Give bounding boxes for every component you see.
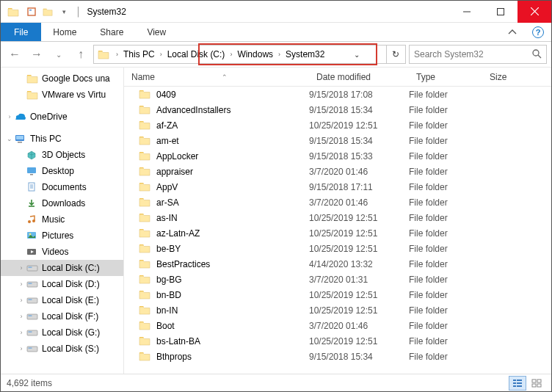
chevron-right-icon[interactable]: ›: [5, 113, 14, 120]
chevron-right-icon[interactable]: ›: [17, 264, 26, 272]
file-date: 9/15/2018 15:34: [309, 105, 409, 115]
qat-dropdown-icon[interactable]: ▾: [57, 4, 71, 19]
view-large-icons-button[interactable]: [528, 376, 545, 391]
table-row[interactable]: AdvancedInstallers9/15/2018 15:34File fo…: [124, 102, 551, 117]
chevron-right-icon[interactable]: ›: [157, 51, 165, 58]
svg-rect-25: [513, 380, 516, 381]
chevron-right-icon[interactable]: ›: [227, 51, 235, 58]
table-row[interactable]: ar-SA3/7/2020 01:46File folder: [124, 195, 551, 210]
file-date: 3/7/2020 01:31: [309, 275, 409, 285]
maximize-button[interactable]: [484, 1, 518, 23]
recent-dropdown-icon[interactable]: ⌄: [49, 45, 68, 64]
tab-share[interactable]: Share: [88, 23, 135, 41]
folder-icon: [139, 150, 152, 162]
chevron-right-icon[interactable]: ›: [17, 345, 26, 352]
qat-new-folder-icon[interactable]: [40, 4, 55, 19]
svg-point-8: [533, 50, 539, 56]
tree-item[interactable]: ›Local Disk (E:): [1, 292, 123, 308]
tree-item[interactable]: Pictures: [1, 228, 123, 244]
table-row[interactable]: bs-Latn-BA10/25/2019 12:51File folder: [124, 333, 551, 349]
chevron-right-icon[interactable]: ›: [17, 313, 26, 320]
crumb-this-pc[interactable]: This PC: [121, 46, 157, 63]
forward-button[interactable]: →: [27, 45, 46, 64]
crumb-windows[interactable]: Windows: [235, 46, 275, 63]
crumb-system32[interactable]: System32: [283, 46, 327, 63]
chevron-down-icon[interactable]: ⌄: [5, 135, 14, 142]
file-tab[interactable]: File: [1, 23, 41, 41]
tree-item[interactable]: 3D Objects: [1, 147, 123, 163]
tree-item[interactable]: ›Local Disk (C:): [1, 260, 123, 276]
refresh-button[interactable]: ↻: [386, 46, 405, 63]
chevron-right-icon[interactable]: ›: [275, 51, 283, 58]
file-name: bg-BG: [156, 275, 182, 285]
tree-item[interactable]: Desktop: [1, 163, 123, 179]
expand-ribbon-icon[interactable]: [500, 23, 525, 41]
address-dropdown-icon[interactable]: ⌄: [351, 51, 363, 59]
table-row[interactable]: 04099/15/2018 17:08File folder: [124, 87, 551, 102]
tree-item[interactable]: ›OneDrive: [1, 109, 123, 125]
tree-item[interactable]: Videos: [1, 244, 123, 260]
col-name-label: Name: [131, 72, 155, 82]
search-input[interactable]: Search System32: [409, 45, 547, 64]
col-type[interactable]: Type: [409, 72, 482, 82]
table-row[interactable]: Boot3/7/2020 01:46File folder: [124, 318, 551, 333]
col-size[interactable]: Size: [482, 72, 551, 82]
tree-item[interactable]: ›Local Disk (G:): [1, 324, 123, 341]
tree-item[interactable]: VMware vs Virtu: [1, 87, 123, 103]
tree-item-label: Documents: [42, 182, 87, 192]
nav-tree[interactable]: Google Docs unaVMware vs Virtu›OneDrive⌄…: [1, 68, 124, 374]
table-row[interactable]: AppV9/15/2018 17:11File folder: [124, 179, 551, 195]
tree-item[interactable]: ›Local Disk (D:): [1, 276, 123, 292]
col-name[interactable]: Name⌃: [124, 72, 309, 82]
back-button[interactable]: ←: [5, 45, 24, 64]
music-icon: [26, 214, 39, 225]
svg-rect-34: [537, 384, 541, 387]
file-name: AdvancedInstallers: [156, 105, 230, 115]
search-placeholder: Search System32: [414, 49, 484, 59]
chevron-right-icon[interactable]: ›: [17, 329, 26, 336]
folder-icon: [139, 274, 152, 286]
help-icon[interactable]: ?: [532, 26, 544, 38]
table-row[interactable]: bn-BD10/25/2019 12:51File folder: [124, 287, 551, 302]
tree-item[interactable]: Music: [1, 211, 123, 228]
table-row[interactable]: be-BY10/25/2019 12:51File folder: [124, 241, 551, 256]
table-row[interactable]: bn-IN10/25/2019 12:51File folder: [124, 302, 551, 318]
tab-home[interactable]: Home: [41, 23, 88, 41]
table-row[interactable]: bg-BG3/7/2020 01:31File folder: [124, 272, 551, 287]
chevron-right-icon[interactable]: ›: [113, 51, 121, 58]
crumb-local-disk-c[interactable]: Local Disk (C:): [165, 46, 228, 63]
file-name: Bthprops: [156, 352, 192, 362]
tab-view[interactable]: View: [135, 23, 178, 41]
close-button[interactable]: [518, 1, 551, 23]
table-row[interactable]: appraiser3/7/2020 01:46File folder: [124, 164, 551, 179]
file-rows[interactable]: 04099/15/2018 17:08File folderAdvancedIn…: [124, 87, 551, 374]
table-row[interactable]: BestPractices4/14/2020 13:32File folder: [124, 256, 551, 272]
tree-item-label: Videos: [42, 247, 68, 257]
minimize-button[interactable]: [450, 1, 484, 23]
table-row[interactable]: az-Latn-AZ10/25/2019 12:51File folder: [124, 225, 551, 241]
svg-rect-12: [18, 142, 22, 143]
table-row[interactable]: am-et9/15/2018 15:34File folder: [124, 133, 551, 148]
file-date: 9/15/2018 17:08: [309, 90, 409, 100]
main-area: Google Docs unaVMware vs Virtu›OneDrive⌄…: [1, 67, 551, 374]
tree-item[interactable]: Google Docs una: [1, 70, 123, 87]
view-details-button[interactable]: [509, 376, 526, 391]
table-row[interactable]: AppLocker9/15/2018 15:33File folder: [124, 148, 551, 164]
chevron-right-icon[interactable]: ›: [17, 280, 26, 288]
address-bar[interactable]: › This PC › Local Disk (C:) › Windows › …: [93, 45, 406, 64]
file-type: File folder: [409, 182, 482, 192]
chevron-right-icon[interactable]: ›: [17, 297, 26, 304]
svg-point-20: [28, 220, 31, 223]
tree-item[interactable]: ›Local Disk (F:): [1, 308, 123, 324]
col-date[interactable]: Date modified: [309, 72, 409, 82]
tree-item[interactable]: Downloads: [1, 195, 123, 211]
tree-item[interactable]: ⌄This PC: [1, 131, 123, 147]
table-row[interactable]: Bthprops9/15/2018 15:34File folder: [124, 349, 551, 364]
table-row[interactable]: as-IN10/25/2019 12:51File folder: [124, 210, 551, 225]
tree-item[interactable]: Documents: [1, 179, 123, 195]
up-button[interactable]: ↑: [71, 45, 90, 64]
file-type: File folder: [409, 305, 482, 316]
qat-properties-icon[interactable]: [24, 4, 39, 19]
table-row[interactable]: af-ZA10/25/2019 12:51File folder: [124, 117, 551, 133]
tree-item[interactable]: ›Local Disk (S:): [1, 341, 123, 357]
